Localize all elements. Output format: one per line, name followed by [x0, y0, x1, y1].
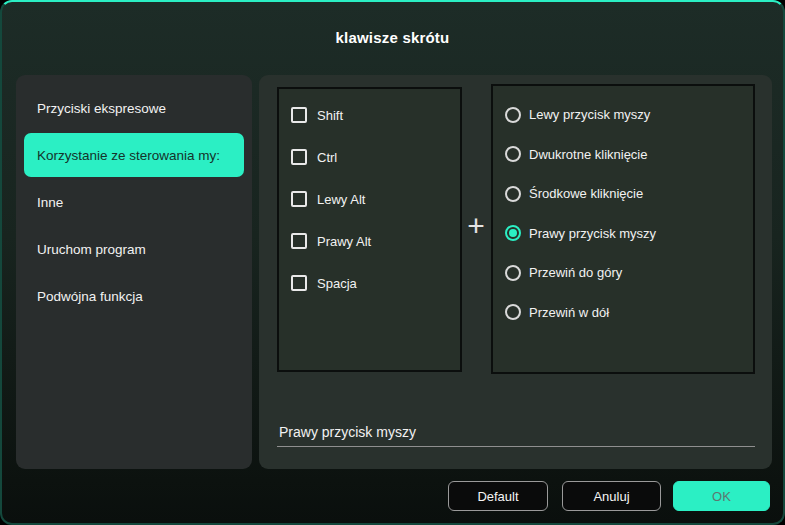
mouse-action-label: Przewiń w dół — [529, 305, 609, 320]
radio-icon[interactable] — [505, 107, 521, 123]
checkbox-icon[interactable] — [291, 233, 307, 249]
shortcut-keys-dialog: klawisze skrótu Przyciski ekspresoweKorz… — [0, 0, 785, 525]
plus-sign: + — [465, 211, 487, 241]
mouse-action-row[interactable]: Środkowe kliknięcie — [493, 174, 753, 214]
mouse-action-row[interactable]: Prawy przycisk myszy — [493, 214, 753, 254]
sidebar-item-label: Przyciski ekspresowe — [37, 101, 166, 116]
default-button[interactable]: Default — [448, 481, 548, 511]
checkbox-icon[interactable] — [291, 275, 307, 291]
shortcut-preview-value: Prawy przycisk myszy — [279, 423, 755, 441]
modifier-key-label: Prawy Alt — [317, 234, 371, 249]
modifier-key-label: Ctrl — [317, 150, 337, 165]
modifier-keys-panel: ShiftCtrlLewy AltPrawy AltSpacja — [277, 87, 462, 372]
modifier-key-label: Shift — [317, 108, 343, 123]
sidebar-item-label: Korzystanie ze sterowania my: — [37, 148, 220, 163]
mouse-action-row[interactable]: Lewy przycisk myszy — [493, 95, 753, 135]
checkbox-icon[interactable] — [291, 191, 307, 207]
sidebar-item[interactable]: Podwójna funkcja — [24, 274, 244, 318]
mouse-action-label: Prawy przycisk myszy — [529, 226, 656, 241]
sidebar-item[interactable]: Przyciski ekspresowe — [24, 86, 244, 130]
radio-icon[interactable] — [505, 186, 521, 202]
modifier-key-row[interactable]: Lewy Alt — [279, 178, 460, 220]
sidebar: Przyciski ekspresoweKorzystanie ze stero… — [16, 75, 252, 469]
checkbox-icon[interactable] — [291, 149, 307, 165]
main-panel: ShiftCtrlLewy AltPrawy AltSpacja + Lewy … — [259, 75, 772, 469]
dialog-title: klawisze skrótu — [2, 29, 783, 46]
modifier-key-label: Lewy Alt — [317, 192, 365, 207]
modifier-key-row[interactable]: Ctrl — [279, 136, 460, 178]
sidebar-item-label: Inne — [37, 195, 63, 210]
sidebar-item[interactable]: Inne — [24, 180, 244, 224]
sidebar-item[interactable]: Korzystanie ze sterowania my: — [24, 133, 244, 177]
mouse-action-label: Lewy przycisk myszy — [529, 107, 650, 122]
mouse-actions-panel: Lewy przycisk myszyDwukrotne kliknięcieŚ… — [491, 84, 755, 374]
sidebar-item[interactable]: Uruchom program — [24, 227, 244, 271]
sidebar-item-label: Podwójna funkcja — [37, 289, 143, 304]
modifier-key-row[interactable]: Spacja — [279, 262, 460, 304]
mouse-action-label: Dwukrotne kliknięcie — [529, 147, 648, 162]
sidebar-item-label: Uruchom program — [37, 242, 146, 257]
mouse-action-label: Przewiń do góry — [529, 265, 622, 280]
checkbox-icon[interactable] — [291, 107, 307, 123]
radio-icon[interactable] — [505, 304, 521, 320]
modifier-key-row[interactable]: Prawy Alt — [279, 220, 460, 262]
radio-icon[interactable] — [505, 265, 521, 281]
shortcut-preview-field[interactable]: Prawy przycisk myszy — [277, 423, 755, 447]
mouse-action-row[interactable]: Przewiń do góry — [493, 253, 753, 293]
radio-icon[interactable] — [505, 225, 521, 241]
mouse-action-row[interactable]: Przewiń w dół — [493, 293, 753, 333]
mouse-action-row[interactable]: Dwukrotne kliknięcie — [493, 135, 753, 175]
modifier-key-label: Spacja — [317, 276, 357, 291]
mouse-action-label: Środkowe kliknięcie — [529, 186, 643, 201]
radio-icon[interactable] — [505, 146, 521, 162]
modifier-key-row[interactable]: Shift — [279, 94, 460, 136]
cancel-button[interactable]: Anuluj — [562, 481, 661, 511]
ok-button[interactable]: OK — [673, 481, 770, 511]
